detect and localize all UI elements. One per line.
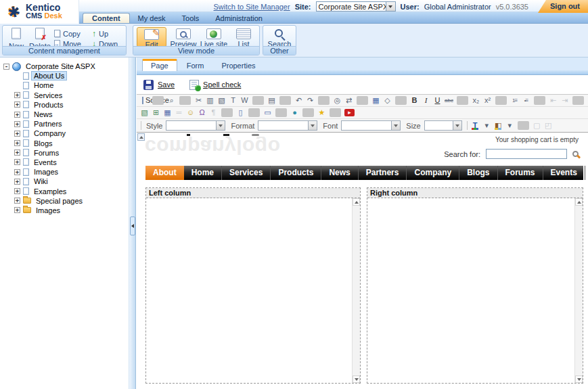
insert-media-icon[interactable]: ⊞ <box>150 108 162 118</box>
spell-check-button[interactable]: Spell check <box>189 80 241 90</box>
tree-item-services[interactable]: Services <box>0 91 129 100</box>
youtube-icon[interactable]: ▸ <box>344 109 355 116</box>
nav-products[interactable]: Products <box>271 166 321 180</box>
save-button[interactable]: Save <box>143 80 175 90</box>
window-icon[interactable]: ▭ <box>262 108 273 118</box>
left-column-editable-region[interactable] <box>146 198 352 383</box>
up-button[interactable]: ↑ Up <box>92 29 108 38</box>
collapse-toolbar-button[interactable] <box>137 133 145 141</box>
edit-mode-button[interactable]: Edit <box>137 27 166 47</box>
tab-my-desk[interactable]: My desk <box>130 13 174 23</box>
preview-mode-button[interactable]: Preview <box>168 27 198 48</box>
tree-expander-icon[interactable] <box>14 121 20 127</box>
nav-company[interactable]: Company <box>407 166 459 180</box>
copy-icon[interactable]: ▥ <box>204 95 216 106</box>
bold-icon[interactable]: B <box>409 95 420 106</box>
underline-icon[interactable]: U <box>432 95 443 106</box>
preview-icon[interactable]: ⌕ <box>166 95 177 106</box>
site-select-arrow-icon[interactable] <box>386 2 395 11</box>
strikethrough-icon[interactable]: abc <box>443 95 455 106</box>
favorites-star-icon[interactable]: ★ <box>316 108 327 118</box>
tree-expander-icon[interactable] <box>14 92 20 98</box>
tree-item-forums[interactable]: Forums <box>0 148 129 158</box>
tab-tools[interactable]: Tools <box>174 13 208 23</box>
media-globe-icon[interactable]: ● <box>289 108 300 118</box>
smiley-icon[interactable]: ☺ <box>185 108 196 118</box>
editor-canvas[interactable]: companylogo Your shopping cart is empty … <box>137 133 588 389</box>
paste-word-icon[interactable]: W <box>239 95 250 106</box>
tree-expander-icon[interactable] <box>3 64 9 70</box>
tree-expander-icon[interactable] <box>14 169 20 175</box>
nav-news[interactable]: News <box>321 166 358 180</box>
tree-item-examples[interactable]: Examples <box>0 186 129 196</box>
outdent-icon[interactable]: ⇤ <box>547 95 559 106</box>
show-blocks-icon[interactable]: ▢ <box>531 120 543 131</box>
nav-home[interactable]: Home <box>184 166 222 180</box>
tree-item-products[interactable]: Products <box>0 100 129 110</box>
tree-expander-icon[interactable] <box>14 112 20 118</box>
page-break-icon[interactable]: ¶ <box>208 108 219 118</box>
right-column-editable-region[interactable] <box>367 198 574 383</box>
tree-expander-icon[interactable] <box>14 188 20 194</box>
tree-item-company[interactable]: Company <box>0 129 129 138</box>
preview-page-icon[interactable]: ◰ <box>543 120 554 131</box>
tree-item-images-folder[interactable]: Images <box>0 206 129 215</box>
left-column-scrollbar[interactable] <box>352 198 360 383</box>
scroll-down-icon[interactable] <box>353 375 360 383</box>
nav-partners[interactable]: Partners <box>359 166 407 180</box>
tab-administration[interactable]: Administration <box>207 13 271 23</box>
background-color-caret-icon[interactable]: ▾ <box>504 120 516 131</box>
panel-splitter[interactable] <box>129 58 136 389</box>
tab-form[interactable]: Form <box>179 60 212 70</box>
format-select[interactable] <box>258 120 317 131</box>
superscript-icon[interactable]: x² <box>482 95 493 106</box>
paste-icon[interactable]: ▧ <box>216 95 227 106</box>
text-color-caret-icon[interactable]: ▾ <box>481 120 493 131</box>
bulleted-list-icon[interactable]: •≡ <box>520 95 532 106</box>
copy-button[interactable]: Copy <box>54 29 81 38</box>
horizontal-line-icon[interactable]: ═ <box>173 108 185 118</box>
size-select[interactable] <box>424 120 462 131</box>
tree-item-news[interactable]: News <box>0 110 129 119</box>
replace-icon[interactable]: ⇄ <box>343 95 355 106</box>
font-select[interactable] <box>341 120 401 131</box>
tree-item-about-us[interactable]: About Us <box>0 71 129 81</box>
nav-about-us[interactable]: About Us <box>145 166 184 180</box>
paste-text-icon[interactable]: T <box>227 95 239 106</box>
tree-item-events[interactable]: Events <box>0 158 129 167</box>
tree-item-wiki[interactable]: Wiki <box>0 177 129 186</box>
scroll-up-icon[interactable] <box>353 198 360 206</box>
nav-blogs[interactable]: Blogs <box>459 166 497 180</box>
tab-page[interactable]: Page <box>142 59 177 71</box>
indent-icon[interactable]: ⇥ <box>559 95 570 106</box>
insert-image-icon[interactable]: ▧ <box>139 108 150 118</box>
tab-properties[interactable]: Properties <box>213 60 263 70</box>
tree-expander-icon[interactable] <box>14 131 20 137</box>
search-icon[interactable] <box>572 151 579 157</box>
tree-item-home[interactable]: Home <box>0 81 129 90</box>
select-all-icon[interactable]: ▦ <box>370 95 382 106</box>
nav-events[interactable]: Events <box>543 166 585 180</box>
tree-expander-icon[interactable] <box>14 159 20 165</box>
style-select[interactable] <box>166 120 225 131</box>
subscript-icon[interactable]: x₂ <box>470 95 482 106</box>
tree-item-root[interactable]: Corporate Site ASPX <box>0 62 129 71</box>
tree-item-special-pages[interactable]: Special pages <box>0 196 129 206</box>
nav-forums[interactable]: Forums <box>498 166 543 180</box>
tree-item-partners[interactable]: Partners <box>0 119 129 129</box>
site-select[interactable]: Corporate Site ASPX <box>316 1 396 12</box>
tree-item-images[interactable]: Images <box>0 167 129 177</box>
special-char-icon[interactable]: Ω <box>196 108 208 118</box>
nav-services[interactable]: Services <box>222 166 271 180</box>
document-icon[interactable]: ▯ <box>235 108 246 118</box>
redo-icon[interactable]: ↷ <box>304 95 316 106</box>
list-mode-button[interactable]: List <box>229 27 258 48</box>
tree-item-blogs[interactable]: Blogs <box>0 139 129 148</box>
tree-expander-icon[interactable] <box>14 101 20 108</box>
find-icon[interactable]: ◎ <box>332 95 343 106</box>
switch-to-site-manager-link[interactable]: Switch to Site Manager <box>214 3 290 11</box>
live-site-mode-button[interactable]: Live site <box>199 27 229 48</box>
cut-icon[interactable]: ✂ <box>193 95 204 106</box>
nav-images[interactable]: Images <box>585 166 588 180</box>
text-color-icon[interactable]: T <box>470 120 481 131</box>
